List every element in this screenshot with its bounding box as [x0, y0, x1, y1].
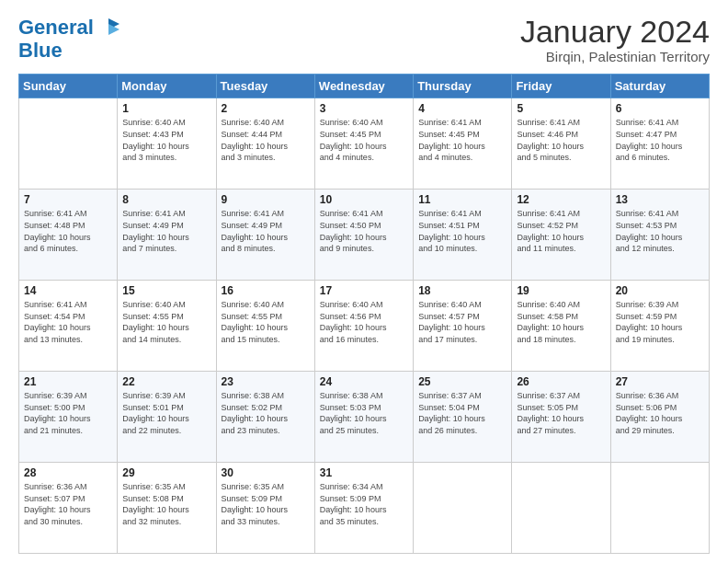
day-number: 4	[418, 102, 506, 115]
day-number: 2	[222, 102, 310, 115]
day-info: Sunrise: 6:40 AM Sunset: 4:55 PM Dayligh…	[122, 299, 210, 345]
day-number: 1	[122, 102, 210, 115]
calendar-cell: 3Sunrise: 6:40 AM Sunset: 4:45 PM Daylig…	[314, 98, 413, 190]
calendar-cell	[19, 98, 118, 190]
day-number: 25	[418, 375, 506, 388]
logo: General Blue	[18, 15, 121, 61]
calendar-cell: 10Sunrise: 6:41 AM Sunset: 4:50 PM Dayli…	[314, 190, 413, 281]
day-info: Sunrise: 6:37 AM Sunset: 5:04 PM Dayligh…	[418, 390, 506, 436]
day-info: Sunrise: 6:41 AM Sunset: 4:51 PM Dayligh…	[418, 208, 506, 254]
day-info: Sunrise: 6:41 AM Sunset: 4:47 PM Dayligh…	[616, 117, 704, 163]
calendar-cell: 23Sunrise: 6:38 AM Sunset: 5:02 PM Dayli…	[216, 372, 314, 463]
day-number: 27	[616, 375, 704, 388]
day-number: 24	[320, 375, 408, 388]
day-number: 3	[320, 102, 408, 115]
day-number: 23	[222, 375, 310, 388]
day-info: Sunrise: 6:40 AM Sunset: 4:58 PM Dayligh…	[517, 299, 605, 345]
day-number: 10	[320, 193, 408, 206]
day-number: 11	[418, 193, 506, 206]
month-title: January 2024	[520, 15, 710, 49]
day-info: Sunrise: 6:35 AM Sunset: 5:09 PM Dayligh…	[222, 481, 310, 527]
calendar-cell: 5Sunrise: 6:41 AM Sunset: 4:46 PM Daylig…	[512, 98, 610, 190]
header: General Blue January 2024 Birqin, Palest…	[18, 15, 710, 64]
day-info: Sunrise: 6:40 AM Sunset: 4:44 PM Dayligh…	[222, 117, 310, 163]
day-info: Sunrise: 6:40 AM Sunset: 4:43 PM Dayligh…	[122, 117, 210, 163]
day-info: Sunrise: 6:41 AM Sunset: 4:49 PM Dayligh…	[122, 208, 210, 254]
day-info: Sunrise: 6:41 AM Sunset: 4:54 PM Dayligh…	[24, 299, 112, 345]
calendar-week-row: 7Sunrise: 6:41 AM Sunset: 4:48 PM Daylig…	[19, 190, 710, 281]
page: General Blue January 2024 Birqin, Palest…	[0, 0, 728, 563]
calendar-cell: 7Sunrise: 6:41 AM Sunset: 4:48 PM Daylig…	[19, 190, 118, 281]
day-number: 26	[517, 375, 605, 388]
day-info: Sunrise: 6:41 AM Sunset: 4:45 PM Dayligh…	[418, 117, 506, 163]
day-number: 16	[222, 284, 310, 297]
weekday-header-tuesday: Tuesday	[216, 75, 314, 98]
logo-text: General	[18, 17, 94, 39]
calendar-cell: 1Sunrise: 6:40 AM Sunset: 4:43 PM Daylig…	[118, 98, 216, 190]
calendar-table: SundayMondayTuesdayWednesdayThursdayFrid…	[18, 74, 710, 554]
calendar-cell: 22Sunrise: 6:39 AM Sunset: 5:01 PM Dayli…	[118, 372, 216, 463]
calendar-cell: 24Sunrise: 6:38 AM Sunset: 5:03 PM Dayli…	[314, 372, 413, 463]
calendar-cell: 15Sunrise: 6:40 AM Sunset: 4:55 PM Dayli…	[118, 281, 216, 372]
logo-line2: Blue	[18, 40, 121, 61]
location-title: Birqin, Palestinian Territory	[520, 49, 710, 64]
calendar-cell: 17Sunrise: 6:40 AM Sunset: 4:56 PM Dayli…	[314, 281, 413, 372]
day-info: Sunrise: 6:39 AM Sunset: 5:01 PM Dayligh…	[122, 390, 210, 436]
weekday-header-saturday: Saturday	[610, 75, 709, 98]
day-number: 18	[418, 284, 506, 297]
weekday-header-wednesday: Wednesday	[314, 75, 413, 98]
day-number: 9	[222, 193, 310, 206]
calendar-cell: 11Sunrise: 6:41 AM Sunset: 4:51 PM Dayli…	[414, 190, 512, 281]
day-info: Sunrise: 6:34 AM Sunset: 5:09 PM Dayligh…	[320, 481, 408, 527]
day-info: Sunrise: 6:40 AM Sunset: 4:45 PM Dayligh…	[320, 117, 408, 163]
calendar-cell: 4Sunrise: 6:41 AM Sunset: 4:45 PM Daylig…	[414, 98, 512, 190]
day-number: 14	[24, 284, 112, 297]
day-info: Sunrise: 6:41 AM Sunset: 4:53 PM Dayligh…	[616, 208, 704, 254]
day-number: 17	[320, 284, 408, 297]
day-info: Sunrise: 6:41 AM Sunset: 4:52 PM Dayligh…	[517, 208, 605, 254]
day-info: Sunrise: 6:41 AM Sunset: 4:48 PM Dayligh…	[24, 208, 112, 254]
calendar-cell: 8Sunrise: 6:41 AM Sunset: 4:49 PM Daylig…	[118, 190, 216, 281]
calendar-week-row: 14Sunrise: 6:41 AM Sunset: 4:54 PM Dayli…	[19, 281, 710, 372]
day-info: Sunrise: 6:38 AM Sunset: 5:03 PM Dayligh…	[320, 390, 408, 436]
day-info: Sunrise: 6:38 AM Sunset: 5:02 PM Dayligh…	[222, 390, 310, 436]
calendar-cell: 14Sunrise: 6:41 AM Sunset: 4:54 PM Dayli…	[19, 281, 118, 372]
day-number: 29	[122, 466, 210, 479]
day-info: Sunrise: 6:35 AM Sunset: 5:08 PM Dayligh…	[122, 481, 210, 527]
day-number: 6	[616, 102, 704, 115]
calendar-cell: 19Sunrise: 6:40 AM Sunset: 4:58 PM Dayli…	[512, 281, 610, 372]
day-number: 12	[517, 193, 605, 206]
day-info: Sunrise: 6:39 AM Sunset: 5:00 PM Dayligh…	[24, 390, 112, 436]
calendar-week-row: 21Sunrise: 6:39 AM Sunset: 5:00 PM Dayli…	[19, 372, 710, 463]
day-info: Sunrise: 6:36 AM Sunset: 5:06 PM Dayligh…	[616, 390, 704, 436]
day-info: Sunrise: 6:41 AM Sunset: 4:49 PM Dayligh…	[222, 208, 310, 254]
calendar-week-row: 1Sunrise: 6:40 AM Sunset: 4:43 PM Daylig…	[19, 98, 710, 190]
day-number: 30	[222, 466, 310, 479]
calendar-cell	[610, 463, 709, 554]
calendar-cell	[414, 463, 512, 554]
day-number: 13	[616, 193, 704, 206]
calendar-cell: 13Sunrise: 6:41 AM Sunset: 4:53 PM Dayli…	[610, 190, 709, 281]
calendar-week-row: 28Sunrise: 6:36 AM Sunset: 5:07 PM Dayli…	[19, 463, 710, 554]
calendar-cell: 31Sunrise: 6:34 AM Sunset: 5:09 PM Dayli…	[314, 463, 413, 554]
calendar-cell: 21Sunrise: 6:39 AM Sunset: 5:00 PM Dayli…	[19, 372, 118, 463]
calendar-cell: 20Sunrise: 6:39 AM Sunset: 4:59 PM Dayli…	[610, 281, 709, 372]
day-number: 5	[517, 102, 605, 115]
weekday-header-sunday: Sunday	[19, 75, 118, 98]
calendar-cell: 26Sunrise: 6:37 AM Sunset: 5:05 PM Dayli…	[512, 372, 610, 463]
weekday-header-friday: Friday	[512, 75, 610, 98]
day-number: 19	[517, 284, 605, 297]
day-info: Sunrise: 6:36 AM Sunset: 5:07 PM Dayligh…	[24, 481, 112, 527]
day-info: Sunrise: 6:40 AM Sunset: 4:55 PM Dayligh…	[222, 299, 310, 345]
logo-icon	[96, 15, 121, 40]
calendar-cell: 2Sunrise: 6:40 AM Sunset: 4:44 PM Daylig…	[216, 98, 314, 190]
weekday-header-row: SundayMondayTuesdayWednesdayThursdayFrid…	[19, 75, 710, 98]
calendar-cell: 29Sunrise: 6:35 AM Sunset: 5:08 PM Dayli…	[118, 463, 216, 554]
day-number: 8	[122, 193, 210, 206]
calendar-cell: 6Sunrise: 6:41 AM Sunset: 4:47 PM Daylig…	[610, 98, 709, 190]
calendar-cell: 27Sunrise: 6:36 AM Sunset: 5:06 PM Dayli…	[610, 372, 709, 463]
weekday-header-thursday: Thursday	[414, 75, 512, 98]
day-info: Sunrise: 6:37 AM Sunset: 5:05 PM Dayligh…	[517, 390, 605, 436]
day-number: 21	[24, 375, 112, 388]
day-number: 31	[320, 466, 408, 479]
